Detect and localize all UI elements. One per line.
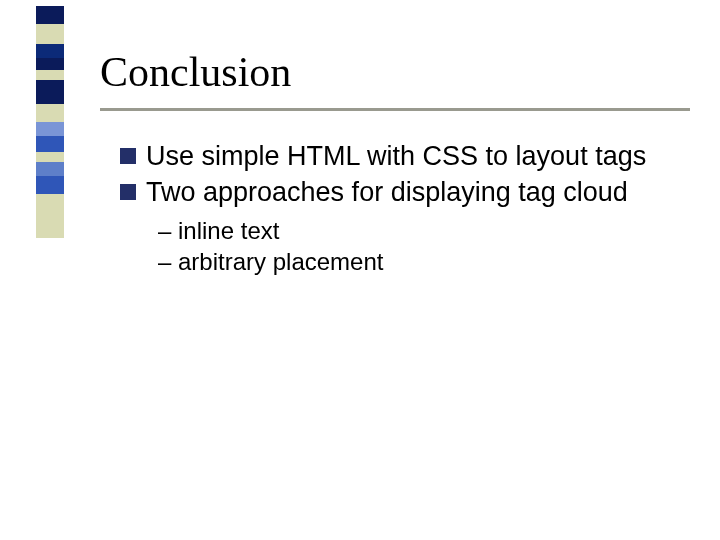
square-bullet-icon [120,148,136,164]
slide-content: Use simple HTML with CSS to layout tags … [120,140,680,277]
sub-bullet-text: – inline text [158,215,680,246]
square-bullet-icon [120,184,136,200]
decor-block [36,152,64,162]
decor-block [36,80,64,88]
slide-body: Conclusion [100,48,680,104]
decor-block [36,70,64,80]
sub-bullet-list: – inline text – arbitrary placement [158,215,680,277]
decor-block [36,194,64,214]
sub-bullet-text: – arbitrary placement [158,246,680,277]
decor-block [36,36,64,44]
decor-block [36,162,64,176]
decor-block [36,122,64,136]
decorative-sidebar [36,6,64,238]
title-underline [100,108,690,111]
decor-block [36,58,64,70]
bullet-text: Two approaches for displaying tag cloud [146,176,628,208]
decor-block [36,214,64,238]
decor-block [36,88,64,104]
bullet-item: Two approaches for displaying tag cloud [120,176,680,208]
decor-block [36,44,64,58]
slide-title: Conclusion [100,48,680,96]
decor-block [36,24,64,36]
bullet-text: Use simple HTML with CSS to layout tags [146,140,646,172]
bullet-item: Use simple HTML with CSS to layout tags [120,140,680,172]
decor-block [36,6,64,24]
decor-block [36,104,64,122]
decor-block [36,136,64,152]
decor-block [36,176,64,194]
